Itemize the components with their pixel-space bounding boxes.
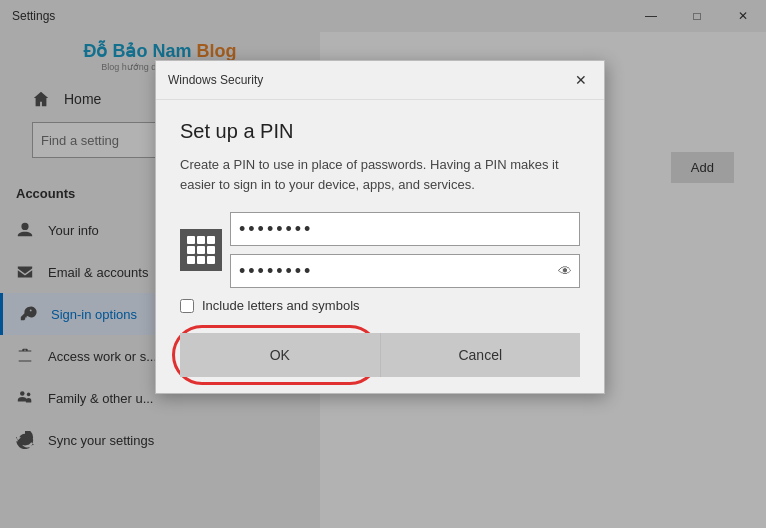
pin-dot-1 (187, 236, 195, 244)
dialog-close-button[interactable]: ✕ (570, 69, 592, 91)
settings-window: Settings — □ ✕ Đỗ Bảo Nam Blog Blog hướn… (0, 0, 766, 528)
show-password-icon[interactable]: 👁 (558, 263, 572, 279)
dialog-body: Set up a PIN Create a PIN to use in plac… (156, 100, 604, 393)
modal-overlay: Windows Security ✕ Set up a PIN Create a… (0, 0, 766, 528)
dialog-heading: Set up a PIN (180, 120, 580, 143)
pin-inputs-column: 👁 (230, 212, 580, 288)
confirm-pin-input[interactable] (230, 254, 580, 288)
include-letters-row: Include letters and symbols (180, 298, 580, 313)
pin-dot-9 (207, 256, 215, 264)
pin-dot-8 (197, 256, 205, 264)
dialog-description: Create a PIN to use in place of password… (180, 155, 580, 194)
pin-icon-grid (187, 236, 215, 264)
pin-dot-6 (207, 246, 215, 254)
include-letters-checkbox[interactable] (180, 299, 194, 313)
ok-button[interactable]: OK (180, 333, 380, 377)
pin-dot-5 (197, 246, 205, 254)
include-letters-label[interactable]: Include letters and symbols (202, 298, 360, 313)
dialog-title-bar: Windows Security ✕ (156, 61, 604, 100)
dialog-buttons: OK Cancel (180, 333, 580, 377)
pin-dot-7 (187, 256, 195, 264)
cancel-button[interactable]: Cancel (380, 333, 581, 377)
pin-dot-3 (207, 236, 215, 244)
new-pin-input[interactable] (230, 212, 580, 246)
confirm-pin-wrapper: 👁 (230, 254, 580, 288)
dialog-setup-pin: Windows Security ✕ Set up a PIN Create a… (155, 60, 605, 394)
dialog-title-text: Windows Security (168, 73, 263, 87)
pin-icon-block (180, 229, 222, 271)
pin-dot-4 (187, 246, 195, 254)
pin-dot-2 (197, 236, 205, 244)
pin-input-area: 👁 (180, 212, 580, 288)
